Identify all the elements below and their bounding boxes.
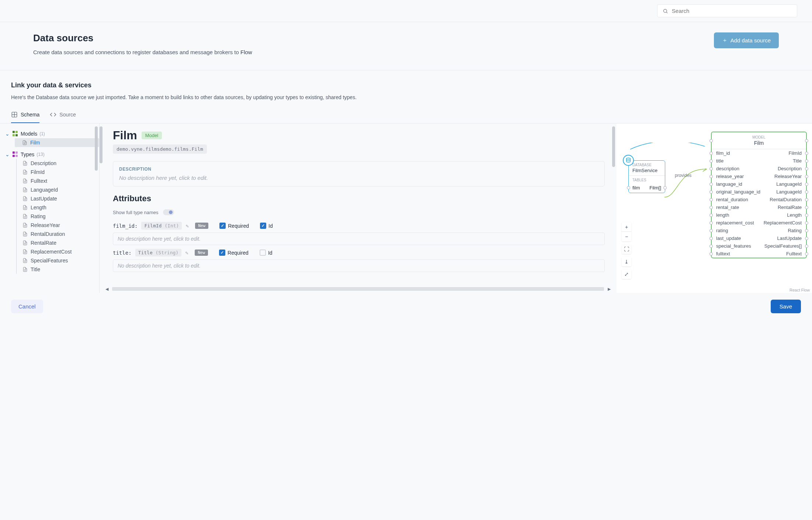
detail-panel: Film Model demo.vyne.filmsdemo.films.Fil… — [100, 123, 617, 293]
model-attr-row[interactable]: titleTitle — [712, 157, 806, 165]
tab-source[interactable]: Source — [50, 108, 76, 123]
tree-item-length[interactable]: Length — [16, 203, 99, 212]
attributes-title: Attributes — [113, 194, 609, 203]
zoom-in-button[interactable]: + — [622, 222, 631, 232]
full-type-names-toggle[interactable] — [163, 209, 174, 215]
search-input[interactable] — [672, 8, 792, 14]
tree-item-description[interactable]: Description — [16, 159, 99, 168]
tree-item-fulltext[interactable]: Fulltext — [16, 177, 99, 185]
description-placeholder: No description here yet, click to edit. — [119, 175, 598, 181]
db-table-row[interactable]: film Film[] — [629, 183, 665, 193]
provides-label: provides — [675, 173, 691, 178]
horizontal-scrollbar[interactable]: ◀ ▶ — [105, 286, 611, 292]
port-icon — [805, 167, 808, 170]
port-icon — [805, 206, 808, 209]
attr-name: film_id: — [113, 223, 138, 229]
port-icon — [805, 182, 808, 186]
new-badge: New — [195, 223, 208, 229]
port-icon — [805, 159, 808, 163]
attr-description[interactable]: No description here yet, click to edit. — [113, 233, 605, 245]
svg-line-1 — [666, 12, 667, 13]
new-badge: New — [195, 249, 208, 256]
id-checkbox[interactable] — [260, 223, 266, 229]
model-attr-row[interactable]: original_language_idLanguageId — [712, 188, 806, 196]
tree-item-specialfeatures[interactable]: SpecialFeatures — [16, 256, 99, 265]
model-attr-row[interactable]: descriptionDescription — [712, 165, 806, 172]
required-checkbox[interactable] — [219, 249, 225, 256]
edit-icon[interactable]: ✎ — [185, 223, 191, 229]
tree-item-replacementcost[interactable]: ReplacementCost — [16, 247, 99, 256]
tree-item-languageid[interactable]: LanguageId — [16, 185, 99, 194]
database-node[interactable]: DATABASE FilmService TABLES film Film[] — [628, 160, 665, 193]
tree-item-lastupdate[interactable]: LastUpdate — [16, 194, 99, 203]
link-section: Link your data & services Here's the Dat… — [0, 70, 812, 100]
tables-label: TABLES — [632, 178, 661, 182]
model-node[interactable]: MODEL Film film_idFilmIdtitleTitledescri… — [711, 132, 807, 258]
required-checkbox[interactable] — [219, 223, 226, 229]
chevron-down-icon: ⌄ — [5, 131, 10, 137]
model-attr-row[interactable]: release_yearReleaseYear — [712, 172, 806, 180]
attr-type: FilmId (Int) — [141, 222, 182, 230]
id-checkbox[interactable] — [260, 249, 266, 256]
model-attr-row[interactable]: rental_durationRentalDuration — [712, 196, 806, 203]
add-data-source-button[interactable]: ＋ Add data source — [714, 32, 779, 48]
port-icon — [709, 182, 713, 186]
grid-icon — [11, 111, 18, 118]
model-badge: Model — [142, 132, 162, 139]
cancel-button[interactable]: Cancel — [11, 300, 43, 313]
sidebar-tree: ⌄ Models (1) Film ⌄ Types (13) Descripti… — [0, 123, 100, 293]
diagram-panel: DATABASE FilmService TABLES film Film[] … — [617, 123, 812, 293]
model-attr-row[interactable]: film_idFilmId — [712, 149, 806, 157]
port-icon — [805, 198, 808, 201]
tree-item-title[interactable]: Title — [16, 265, 99, 274]
port-icon — [805, 175, 808, 178]
zoom-out-button[interactable]: − — [622, 232, 631, 241]
port-icon — [805, 252, 808, 255]
attribute-row: title:Title (String)✎NewRequiredIdNo des… — [113, 249, 605, 272]
attribute-row: film_id:FilmId (Int)✎NewRequiredIdNo des… — [113, 222, 605, 245]
tree-item-rating[interactable]: Rating — [16, 212, 99, 221]
scroll-left-icon: ◀ — [105, 287, 108, 292]
port-icon — [709, 139, 713, 142]
edit-icon[interactable]: ✎ — [185, 250, 191, 256]
footer: Cancel Save — [0, 293, 812, 322]
model-attr-row[interactable]: special_featuresSpecialFeatures[] — [712, 242, 806, 250]
tree-group-models[interactable]: ⌄ Models (1) — [0, 129, 99, 138]
tree-item-rentalduration[interactable]: RentalDuration — [16, 230, 99, 238]
port-icon — [709, 221, 713, 224]
tree-item-filmid[interactable]: FilmId — [16, 168, 99, 177]
attr-description[interactable]: No description here yet, click to edit. — [113, 259, 605, 272]
port-icon — [805, 139, 808, 142]
search-icon — [663, 8, 668, 14]
port-icon — [709, 206, 713, 209]
expand-button[interactable]: ⤢ — [622, 269, 631, 279]
model-attr-row[interactable]: fulltextFulltext — [712, 250, 806, 258]
db-name: FilmService — [632, 168, 661, 173]
model-attr-row[interactable]: rental_rateRentalRate — [712, 203, 806, 211]
model-attr-row[interactable]: replacement_costReplacementCost — [712, 219, 806, 227]
download-button[interactable]: ⤓ — [622, 257, 631, 266]
tab-schema[interactable]: Schema — [11, 108, 39, 123]
topbar — [0, 0, 812, 22]
search-box[interactable] — [657, 4, 797, 17]
tree-group-types[interactable]: ⌄ Types (13) — [0, 150, 99, 159]
attr-name: title: — [113, 250, 132, 256]
port-icon — [805, 213, 808, 217]
required-label: Required — [228, 250, 249, 256]
port-icon — [805, 151, 808, 155]
tree-item-rentalrate[interactable]: RentalRate — [16, 238, 99, 247]
model-attr-row[interactable]: ratingRating — [712, 227, 806, 234]
fit-view-button[interactable]: ⛶ — [622, 244, 631, 254]
tree-item-film[interactable]: Film — [15, 138, 99, 147]
tree-item-releaseyear[interactable]: ReleaseYear — [16, 221, 99, 230]
port-icon — [709, 190, 713, 193]
save-button[interactable]: Save — [771, 300, 801, 313]
description-box[interactable]: DESCRIPTION No description here yet, cli… — [113, 161, 605, 186]
id-label: Id — [268, 250, 273, 256]
model-attr-row[interactable]: language_idLanguageId — [712, 180, 806, 188]
model-attr-row[interactable]: last_updateLastUpdate — [712, 234, 806, 242]
svg-point-0 — [663, 9, 667, 13]
model-attr-row[interactable]: lengthLength — [712, 211, 806, 219]
page-title: Data sources — [33, 32, 252, 44]
port-icon — [709, 175, 713, 178]
